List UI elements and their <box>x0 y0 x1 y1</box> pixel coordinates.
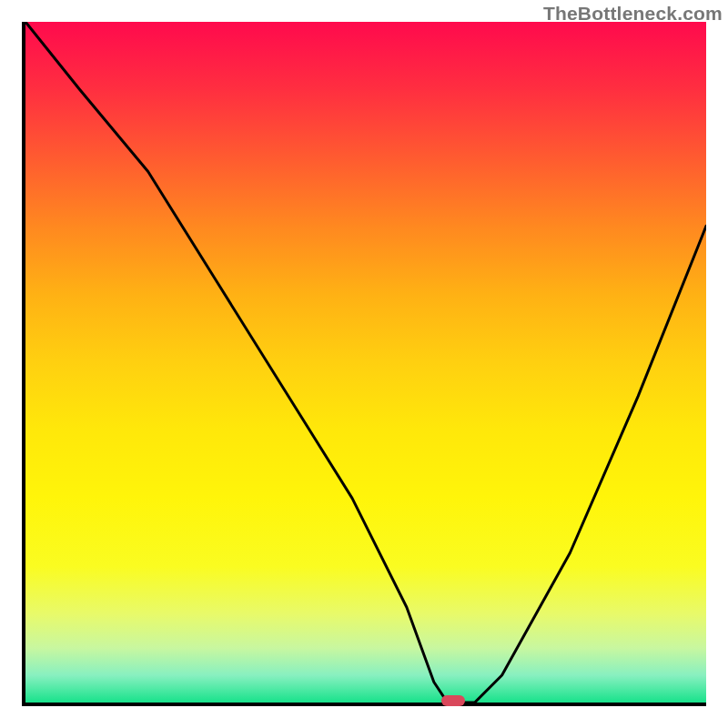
chart-container: TheBottleneck.com <box>0 0 728 728</box>
optimal-marker <box>441 695 465 706</box>
bottleneck-curve <box>25 22 706 703</box>
plot-area <box>22 22 706 706</box>
